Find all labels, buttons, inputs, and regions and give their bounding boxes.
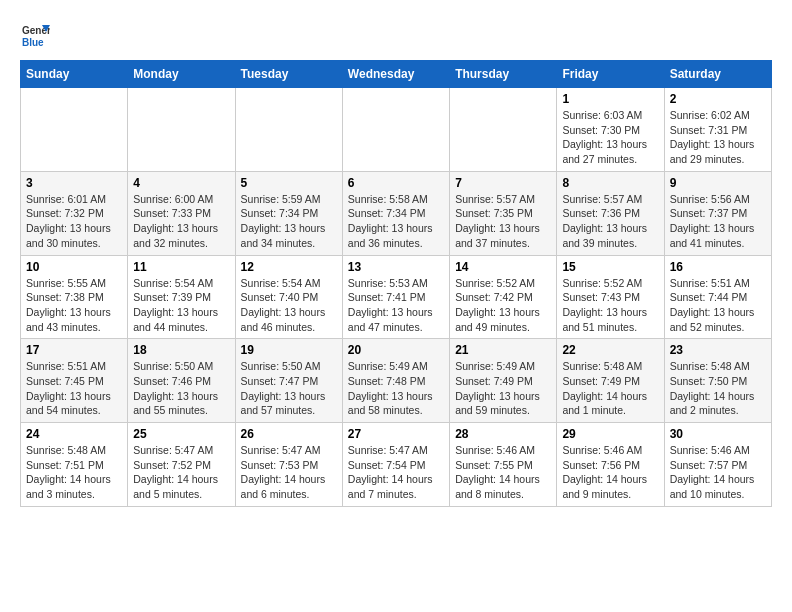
day-number: 27 — [348, 427, 444, 441]
day-number: 17 — [26, 343, 122, 357]
calendar-cell: 16Sunrise: 5:51 AMSunset: 7:44 PMDayligh… — [664, 255, 771, 339]
calendar-cell: 24Sunrise: 5:48 AMSunset: 7:51 PMDayligh… — [21, 423, 128, 507]
day-number: 4 — [133, 176, 229, 190]
calendar-cell: 21Sunrise: 5:49 AMSunset: 7:49 PMDayligh… — [450, 339, 557, 423]
day-number: 2 — [670, 92, 766, 106]
day-header-monday: Monday — [128, 61, 235, 88]
day-number: 15 — [562, 260, 658, 274]
calendar-cell: 25Sunrise: 5:47 AMSunset: 7:52 PMDayligh… — [128, 423, 235, 507]
day-info: Sunrise: 5:46 AMSunset: 7:55 PMDaylight:… — [455, 443, 551, 502]
calendar-cell: 18Sunrise: 5:50 AMSunset: 7:46 PMDayligh… — [128, 339, 235, 423]
calendar-cell: 23Sunrise: 5:48 AMSunset: 7:50 PMDayligh… — [664, 339, 771, 423]
calendar-cell: 22Sunrise: 5:48 AMSunset: 7:49 PMDayligh… — [557, 339, 664, 423]
day-number: 30 — [670, 427, 766, 441]
day-number: 28 — [455, 427, 551, 441]
logo: General Blue — [20, 20, 54, 50]
calendar-week-row: 3Sunrise: 6:01 AMSunset: 7:32 PMDaylight… — [21, 171, 772, 255]
day-header-thursday: Thursday — [450, 61, 557, 88]
calendar-cell: 30Sunrise: 5:46 AMSunset: 7:57 PMDayligh… — [664, 423, 771, 507]
day-info: Sunrise: 5:51 AMSunset: 7:44 PMDaylight:… — [670, 276, 766, 335]
calendar-cell: 7Sunrise: 5:57 AMSunset: 7:35 PMDaylight… — [450, 171, 557, 255]
calendar-cell: 5Sunrise: 5:59 AMSunset: 7:34 PMDaylight… — [235, 171, 342, 255]
day-header-wednesday: Wednesday — [342, 61, 449, 88]
calendar-header-row: SundayMondayTuesdayWednesdayThursdayFrid… — [21, 61, 772, 88]
calendar-cell: 26Sunrise: 5:47 AMSunset: 7:53 PMDayligh… — [235, 423, 342, 507]
calendar-cell: 19Sunrise: 5:50 AMSunset: 7:47 PMDayligh… — [235, 339, 342, 423]
day-info: Sunrise: 5:52 AMSunset: 7:42 PMDaylight:… — [455, 276, 551, 335]
day-number: 11 — [133, 260, 229, 274]
day-info: Sunrise: 6:01 AMSunset: 7:32 PMDaylight:… — [26, 192, 122, 251]
day-number: 19 — [241, 343, 337, 357]
calendar-week-row: 1Sunrise: 6:03 AMSunset: 7:30 PMDaylight… — [21, 88, 772, 172]
calendar-cell: 9Sunrise: 5:56 AMSunset: 7:37 PMDaylight… — [664, 171, 771, 255]
day-header-sunday: Sunday — [21, 61, 128, 88]
calendar-cell: 2Sunrise: 6:02 AMSunset: 7:31 PMDaylight… — [664, 88, 771, 172]
calendar-cell: 15Sunrise: 5:52 AMSunset: 7:43 PMDayligh… — [557, 255, 664, 339]
day-number: 13 — [348, 260, 444, 274]
day-info: Sunrise: 5:56 AMSunset: 7:37 PMDaylight:… — [670, 192, 766, 251]
calendar-cell — [128, 88, 235, 172]
day-info: Sunrise: 5:50 AMSunset: 7:47 PMDaylight:… — [241, 359, 337, 418]
calendar-cell — [21, 88, 128, 172]
calendar-cell: 12Sunrise: 5:54 AMSunset: 7:40 PMDayligh… — [235, 255, 342, 339]
calendar-week-row: 24Sunrise: 5:48 AMSunset: 7:51 PMDayligh… — [21, 423, 772, 507]
calendar-week-row: 10Sunrise: 5:55 AMSunset: 7:38 PMDayligh… — [21, 255, 772, 339]
day-info: Sunrise: 5:50 AMSunset: 7:46 PMDaylight:… — [133, 359, 229, 418]
day-info: Sunrise: 6:02 AMSunset: 7:31 PMDaylight:… — [670, 108, 766, 167]
logo-icon: General Blue — [20, 20, 50, 50]
calendar-cell: 4Sunrise: 6:00 AMSunset: 7:33 PMDaylight… — [128, 171, 235, 255]
day-info: Sunrise: 5:48 AMSunset: 7:50 PMDaylight:… — [670, 359, 766, 418]
day-number: 12 — [241, 260, 337, 274]
calendar-cell: 14Sunrise: 5:52 AMSunset: 7:42 PMDayligh… — [450, 255, 557, 339]
day-info: Sunrise: 5:51 AMSunset: 7:45 PMDaylight:… — [26, 359, 122, 418]
day-number: 26 — [241, 427, 337, 441]
day-info: Sunrise: 5:48 AMSunset: 7:49 PMDaylight:… — [562, 359, 658, 418]
calendar-table: SundayMondayTuesdayWednesdayThursdayFrid… — [20, 60, 772, 507]
day-info: Sunrise: 5:48 AMSunset: 7:51 PMDaylight:… — [26, 443, 122, 502]
day-info: Sunrise: 5:46 AMSunset: 7:56 PMDaylight:… — [562, 443, 658, 502]
day-info: Sunrise: 5:54 AMSunset: 7:39 PMDaylight:… — [133, 276, 229, 335]
day-number: 10 — [26, 260, 122, 274]
day-info: Sunrise: 5:47 AMSunset: 7:53 PMDaylight:… — [241, 443, 337, 502]
calendar-cell: 17Sunrise: 5:51 AMSunset: 7:45 PMDayligh… — [21, 339, 128, 423]
day-number: 20 — [348, 343, 444, 357]
calendar-cell: 3Sunrise: 6:01 AMSunset: 7:32 PMDaylight… — [21, 171, 128, 255]
day-info: Sunrise: 5:49 AMSunset: 7:48 PMDaylight:… — [348, 359, 444, 418]
calendar-cell: 27Sunrise: 5:47 AMSunset: 7:54 PMDayligh… — [342, 423, 449, 507]
day-number: 9 — [670, 176, 766, 190]
day-number: 24 — [26, 427, 122, 441]
day-number: 22 — [562, 343, 658, 357]
day-number: 16 — [670, 260, 766, 274]
day-number: 8 — [562, 176, 658, 190]
day-header-tuesday: Tuesday — [235, 61, 342, 88]
day-info: Sunrise: 5:59 AMSunset: 7:34 PMDaylight:… — [241, 192, 337, 251]
day-info: Sunrise: 5:47 AMSunset: 7:52 PMDaylight:… — [133, 443, 229, 502]
day-number: 6 — [348, 176, 444, 190]
day-info: Sunrise: 5:49 AMSunset: 7:49 PMDaylight:… — [455, 359, 551, 418]
day-info: Sunrise: 6:00 AMSunset: 7:33 PMDaylight:… — [133, 192, 229, 251]
day-info: Sunrise: 5:54 AMSunset: 7:40 PMDaylight:… — [241, 276, 337, 335]
day-info: Sunrise: 5:47 AMSunset: 7:54 PMDaylight:… — [348, 443, 444, 502]
day-number: 1 — [562, 92, 658, 106]
page-header: General Blue — [20, 20, 772, 50]
day-number: 5 — [241, 176, 337, 190]
day-number: 3 — [26, 176, 122, 190]
day-info: Sunrise: 5:57 AMSunset: 7:35 PMDaylight:… — [455, 192, 551, 251]
day-info: Sunrise: 5:53 AMSunset: 7:41 PMDaylight:… — [348, 276, 444, 335]
day-info: Sunrise: 5:52 AMSunset: 7:43 PMDaylight:… — [562, 276, 658, 335]
calendar-cell: 28Sunrise: 5:46 AMSunset: 7:55 PMDayligh… — [450, 423, 557, 507]
day-info: Sunrise: 5:57 AMSunset: 7:36 PMDaylight:… — [562, 192, 658, 251]
calendar-cell: 29Sunrise: 5:46 AMSunset: 7:56 PMDayligh… — [557, 423, 664, 507]
calendar-cell: 1Sunrise: 6:03 AMSunset: 7:30 PMDaylight… — [557, 88, 664, 172]
day-number: 25 — [133, 427, 229, 441]
calendar-cell: 20Sunrise: 5:49 AMSunset: 7:48 PMDayligh… — [342, 339, 449, 423]
calendar-cell — [342, 88, 449, 172]
day-info: Sunrise: 5:58 AMSunset: 7:34 PMDaylight:… — [348, 192, 444, 251]
day-number: 23 — [670, 343, 766, 357]
calendar-cell: 13Sunrise: 5:53 AMSunset: 7:41 PMDayligh… — [342, 255, 449, 339]
day-info: Sunrise: 5:55 AMSunset: 7:38 PMDaylight:… — [26, 276, 122, 335]
day-header-friday: Friday — [557, 61, 664, 88]
day-info: Sunrise: 6:03 AMSunset: 7:30 PMDaylight:… — [562, 108, 658, 167]
calendar-cell: 6Sunrise: 5:58 AMSunset: 7:34 PMDaylight… — [342, 171, 449, 255]
day-info: Sunrise: 5:46 AMSunset: 7:57 PMDaylight:… — [670, 443, 766, 502]
